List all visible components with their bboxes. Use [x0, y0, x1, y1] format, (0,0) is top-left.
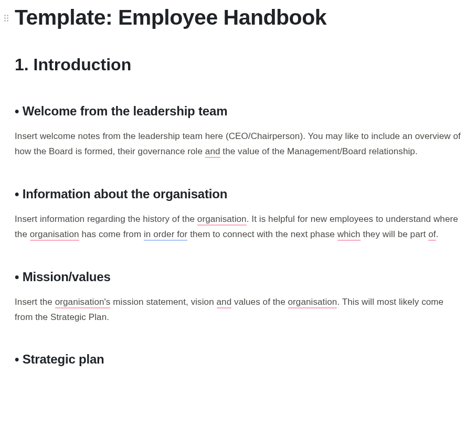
bullet-icon: •	[15, 104, 19, 118]
grammar-underline[interactable]: and	[217, 297, 232, 308]
subheading-about[interactable]: • Information about the organisation	[15, 187, 461, 201]
bullet-icon: •	[15, 352, 19, 366]
text: the value of the Management/Board relati…	[220, 146, 418, 156]
text: they will be part	[361, 229, 428, 239]
document-page: Template: Employee Handbook 1. Introduct…	[0, 0, 476, 367]
text: mission statement, vision	[110, 297, 216, 307]
grammar-underline[interactable]: organisation	[288, 297, 337, 308]
grammar-underline[interactable]: of	[428, 229, 436, 241]
subheading-welcome[interactable]: • Welcome from the leadership team	[15, 104, 461, 119]
subheading-text: Welcome from the leadership team	[23, 104, 228, 118]
text: .	[436, 229, 439, 239]
paragraph-welcome[interactable]: Insert welcome notes from the leadership…	[15, 129, 461, 159]
bullet-icon: •	[15, 187, 19, 201]
grammar-underline[interactable]: organisation's	[55, 297, 111, 308]
heading-number: 1.	[15, 55, 29, 74]
subheading-mission[interactable]: • Mission/values	[15, 270, 461, 284]
paragraph-mission[interactable]: Insert the organisation's mission statem…	[15, 295, 461, 325]
heading-introduction[interactable]: 1. Introduction	[15, 55, 461, 74]
text: them to connect with the next phase	[187, 229, 337, 239]
paragraph-about[interactable]: Insert information regarding the history…	[15, 212, 461, 242]
text: Insert the	[15, 297, 55, 307]
grammar-underline[interactable]: in order for	[144, 229, 187, 241]
page-title[interactable]: Template: Employee Handbook	[15, 5, 461, 30]
drag-handle-icon[interactable]	[4, 15, 8, 22]
subheading-text: Information about the organisation	[23, 187, 228, 201]
grammar-underline[interactable]: organisation	[197, 214, 247, 226]
subheading-strategic[interactable]: • Strategic plan	[15, 352, 461, 367]
subheading-text: Strategic plan	[23, 352, 104, 366]
bullet-icon: •	[15, 270, 19, 284]
heading-text: Introduction	[34, 55, 132, 74]
grammar-underline[interactable]: organisation	[30, 229, 79, 241]
text: Insert information regarding the history…	[15, 214, 197, 224]
text: values of the	[231, 297, 288, 307]
subheading-text: Mission/values	[23, 270, 111, 284]
grammar-underline[interactable]: which	[337, 229, 361, 241]
grammar-underline[interactable]: and	[205, 146, 220, 158]
text: has come from	[79, 229, 144, 239]
